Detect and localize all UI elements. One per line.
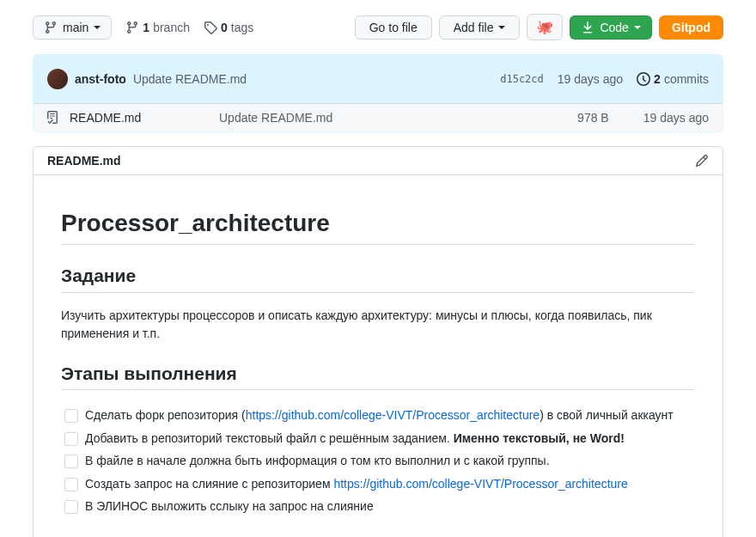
commits-count: 2 <box>654 72 661 86</box>
branches-count: 1 <box>143 21 149 34</box>
caret-down-icon <box>94 26 101 29</box>
commits-label: commits <box>664 72 709 86</box>
file-commit-message[interactable]: Update README.md <box>219 111 577 125</box>
file-icon <box>47 111 61 125</box>
list-item: Создать запрос на слияние с репозиторием… <box>61 473 695 496</box>
commit-author[interactable]: anst-foto <box>75 72 126 86</box>
file-link[interactable]: README.md <box>47 111 219 125</box>
repo-link[interactable]: https://github.com/college-VIVT/Processo… <box>246 408 540 422</box>
file-name-text: README.md <box>70 111 141 125</box>
caret-down-icon <box>498 26 505 29</box>
gitpod-button[interactable]: Gitpod <box>659 15 723 40</box>
add-file-label: Add file <box>454 21 494 34</box>
tags-count: 0 <box>221 21 228 34</box>
code-button[interactable]: Code <box>570 15 651 40</box>
file-listing: anst-foto Update README.md d15c2cd 19 da… <box>33 54 723 132</box>
git-branch-icon <box>125 21 139 34</box>
readme-header: README.md <box>34 147 722 175</box>
branches-link[interactable]: 1 branch <box>125 21 190 34</box>
go-to-file-button[interactable]: Go to file <box>355 15 432 40</box>
download-icon <box>581 21 594 34</box>
code-label: Code <box>600 21 628 34</box>
readme-body: Processor_architecture Задание Изучить а… <box>34 175 722 537</box>
branch-name: main <box>63 21 88 34</box>
file-size: 978 B <box>577 111 609 125</box>
tags-link[interactable]: 0 tags <box>204 21 253 34</box>
file-time: 19 days ago <box>643 111 709 125</box>
branch-selector[interactable]: main <box>33 15 112 40</box>
avatar[interactable] <box>47 69 68 89</box>
branches-label: branch <box>153 21 190 34</box>
list-item: В ЭЛИНОС выложить сслыку на запрос на сл… <box>61 495 695 518</box>
repo-toolbar: main 1 branch 0 tags Go to file Add file… <box>33 14 723 40</box>
readme-h2-steps: Этапы выполнения <box>61 363 695 390</box>
git-branch-icon <box>44 21 58 34</box>
pencil-icon[interactable] <box>695 154 709 168</box>
table-row: README.md Update README.md 978 B 19 days… <box>34 103 722 131</box>
latest-commit-bar: anst-foto Update README.md d15c2cd 19 da… <box>34 55 722 103</box>
readme-task-paragraph: Изучить архитектуры процессоров и описат… <box>61 307 695 343</box>
caret-down-icon <box>634 26 641 29</box>
commit-message[interactable]: Update README.md <box>133 72 247 86</box>
readme-h1: Processor_architecture <box>61 210 695 245</box>
tag-icon <box>204 21 217 34</box>
commit-time: 19 days ago <box>558 72 623 86</box>
readme-h2-task: Задание <box>61 265 695 292</box>
task-list: Сделать форк репозитория (https://github… <box>61 404 695 518</box>
readme-filename[interactable]: README.md <box>47 154 121 168</box>
list-item: В файле в начале должна быть информация … <box>61 449 695 473</box>
octopus-icon: 🐙 <box>536 19 553 35</box>
commit-sha[interactable]: d15c2cd <box>500 73 544 85</box>
commits-link[interactable]: 2 commits <box>637 72 709 86</box>
readme-panel: README.md Processor_architecture Задание… <box>33 146 723 537</box>
list-item: Добавить в репозиторий текстовый файл с … <box>61 427 695 450</box>
tags-label: tags <box>231 21 253 34</box>
list-item: Сделать форк репозитория (https://github… <box>61 404 695 427</box>
repo-link[interactable]: https://github.com/college-VIVT/Processo… <box>333 477 627 491</box>
history-icon <box>637 72 650 86</box>
add-file-button[interactable]: Add file <box>439 15 521 40</box>
repo-actions: Go to file Add file 🐙 Code Gitpod <box>355 14 723 40</box>
extension-button[interactable]: 🐙 <box>527 14 563 40</box>
